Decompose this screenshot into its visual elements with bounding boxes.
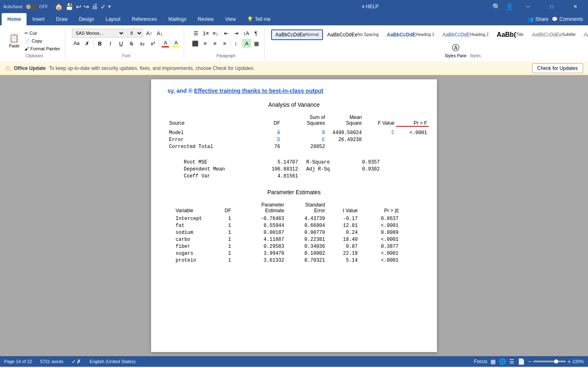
tab-review[interactable]: Review (192, 13, 219, 25)
tab-insert[interactable]: Insert (27, 13, 50, 25)
style-heading1[interactable]: AaBbCcDdE Heading 1 (383, 30, 438, 40)
font-family-select[interactable]: SAS Monos... (72, 29, 125, 38)
style-nospacing[interactable]: AaBbCcDdEe No Spacing (324, 30, 383, 40)
numbering-button[interactable]: 1≡ (201, 29, 210, 38)
quick-access-dropdown[interactable]: ▾ (108, 4, 111, 9)
redo-icon[interactable]: ↪ (84, 3, 89, 11)
zoom-slider[interactable] (533, 361, 566, 362)
draft-view-button[interactable]: 📄 (518, 358, 525, 365)
decrease-indent-button[interactable]: ⇤ (222, 29, 231, 38)
corrected-total-df: 76 (257, 144, 282, 150)
align-left-button[interactable]: ⬛ (191, 39, 200, 48)
align-right-button[interactable]: ≡ (210, 39, 219, 48)
zoom-in-button[interactable]: + (568, 358, 571, 365)
share-button[interactable]: 👥Share (528, 16, 548, 22)
search-button[interactable]: 🔍 (492, 3, 501, 11)
adj-rsq-val: 0.9302 (347, 166, 380, 172)
print-icon[interactable]: 🖨 (91, 3, 98, 10)
close-button[interactable]: ✕ (566, 0, 585, 13)
styles-group: AaBbCcDdEe Normal AaBbCcDdEe No Spacing … (268, 27, 588, 60)
increase-indent-button[interactable]: ⇥ (232, 29, 241, 38)
strikethrough-button[interactable]: S̶ (127, 39, 136, 48)
underline-button[interactable]: U (116, 39, 125, 48)
style-normal[interactable]: AaBbCcDdEe Normal (271, 29, 323, 40)
comments-button[interactable]: 💬Comments (552, 16, 583, 22)
minimize-button[interactable]: ─ (519, 0, 537, 13)
autosave-label: AutoSave (3, 4, 23, 9)
param-error-hdr: Error (286, 208, 327, 213)
styles-pane-button[interactable]: Ⓐ Styles Pane (445, 43, 466, 58)
paste-button[interactable]: 📋 Paste (7, 31, 22, 50)
undo-icon[interactable]: ↩ (76, 3, 81, 11)
style-subtitle[interactable]: AaBbCcDdEe Subtitle (528, 30, 579, 40)
superscript-button[interactable]: x² (148, 39, 157, 48)
tab-tell-me[interactable]: 💡 Tell me (241, 13, 276, 25)
cut-button[interactable]: ✂ Cut (23, 30, 62, 37)
tab-mailings[interactable]: Mailings (163, 13, 192, 25)
format-painter-button[interactable]: 🖌 Format Painter (23, 45, 62, 52)
outline-view-button[interactable]: ☰ (509, 358, 514, 365)
model-df: A (257, 130, 282, 136)
model-meansq: 4499.58024 (327, 130, 363, 136)
style-title[interactable]: AaBb( Title (493, 29, 528, 40)
subscript-button[interactable]: x₂ (138, 39, 147, 48)
cut-icon: ✂ (24, 31, 28, 36)
tab-home[interactable]: Home (2, 13, 27, 25)
zoom-control: − + 220% (528, 358, 584, 365)
clear-format-button[interactable]: ✗ (82, 39, 91, 48)
bold-button[interactable]: B (95, 39, 104, 48)
highlight-color-button[interactable]: A (172, 39, 180, 48)
maximize-button[interactable]: □ (542, 0, 561, 13)
tab-references[interactable]: References (126, 13, 163, 25)
focus-button[interactable]: Focus (474, 359, 488, 364)
anova-title: Analysis of Variance (167, 101, 421, 108)
user-icon[interactable]: 👤 (506, 3, 514, 11)
font-grow-button[interactable]: A↑ (145, 29, 154, 38)
tab-design[interactable]: Design (73, 13, 100, 25)
italic-button[interactable]: I (106, 39, 115, 48)
font-shrink-button[interactable]: A↓ (155, 29, 164, 38)
web-layout-button[interactable]: 🌐 (499, 358, 506, 365)
zoom-level: 220% (572, 359, 584, 364)
error-df: D (257, 137, 282, 143)
copy-button[interactable]: 📄 Copy (23, 38, 62, 45)
print-layout-button[interactable]: ▦ (490, 358, 496, 365)
tab-view[interactable]: View (220, 13, 242, 25)
table-row: Intercept 1 -0.76463 4.43739 -0.17 0.863… (167, 216, 421, 222)
param-section: Parameter Estimates Parameter Standard V… (167, 189, 421, 263)
notification-icon: ⚠ (5, 64, 11, 72)
font-color-button[interactable]: A (161, 39, 170, 48)
language-indicator[interactable]: English (United States) (89, 359, 136, 364)
multilevel-button[interactable]: ≡↓ (211, 29, 220, 38)
home-icon[interactable]: 🏠 (55, 3, 63, 11)
font-size-select[interactable]: 8 (127, 29, 143, 38)
justify-button[interactable]: ≡ (220, 39, 229, 48)
font-group-label: Font (122, 54, 130, 58)
tab-draw[interactable]: Draw (50, 13, 73, 25)
bullets-button[interactable]: ☰ (192, 29, 200, 38)
tab-layout[interactable]: Layout (100, 13, 126, 25)
line-spacing-button[interactable]: ↕ (231, 39, 240, 48)
model-f: C (363, 130, 396, 136)
shading-button[interactable]: A (242, 39, 251, 48)
borders-button[interactable]: ▦ (252, 39, 261, 48)
autosave-toggle[interactable] (25, 4, 37, 9)
check-updates-button[interactable]: Check for Updates (532, 63, 583, 73)
paragraph-group: ☰ 1≡ ≡↓ ⇤ ⇥ ↕A ¶ ⬛ ≡ ≡ ≡ ↕ A ▦ Paragrap (187, 27, 265, 60)
case-button[interactable]: Aa (72, 39, 81, 48)
save-icon[interactable]: 💾 (65, 3, 74, 11)
word-count: 5721 words (40, 359, 64, 364)
show-marks-button[interactable]: ¶ (252, 29, 261, 38)
zoom-out-button[interactable]: − (528, 358, 531, 365)
sort-button[interactable]: ↕A (242, 29, 251, 38)
spellcheck-icon[interactable]: ✓ (100, 3, 106, 11)
clipboard-label: Clipboard (25, 54, 43, 58)
anova-col-pr-hdr-blank (396, 114, 429, 120)
style-heading2[interactable]: AaBbCcDdE Heading 2 (439, 30, 492, 40)
font-group: SAS Monos... 8 A↑ A↓ Aa ✗ B I U S̶ x₂ x² (69, 27, 184, 60)
proofing-icon[interactable]: ✓✗ (71, 358, 81, 365)
adj-rsq-label: Adj R-Sq (298, 166, 347, 172)
align-center-button[interactable]: ≡ (200, 39, 209, 48)
style-subtle-emph[interactable]: AaBbCcDdEe Subtle Emph... (580, 30, 588, 40)
table-row: fat 1 8.55944 0.66804 12.81 <.0001 (167, 223, 421, 229)
